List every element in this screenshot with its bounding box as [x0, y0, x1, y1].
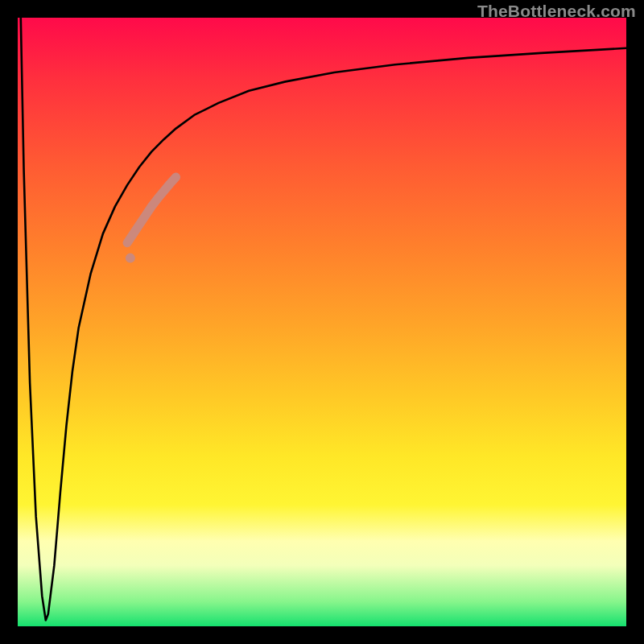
bottleneck-curve [21, 18, 626, 620]
watermark-label: TheBottleneck.com [477, 2, 636, 21]
highlight-segment [127, 177, 175, 243]
highlight-dot [126, 254, 135, 263]
curve-layer [18, 18, 626, 626]
chart-stage: TheBottleneck.com [0, 0, 644, 644]
plot-area [18, 18, 626, 626]
